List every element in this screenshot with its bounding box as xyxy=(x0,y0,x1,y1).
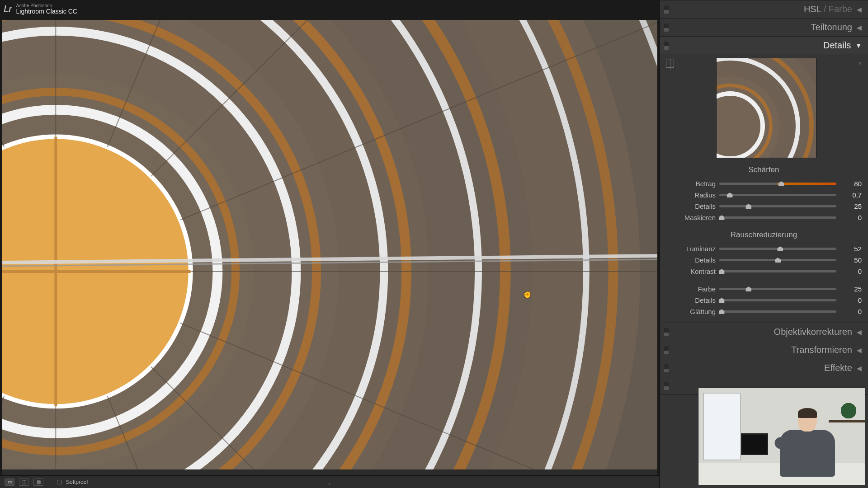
panel-toggle-icon[interactable] xyxy=(664,23,669,32)
view-survey-button[interactable]: ▦ xyxy=(33,479,43,486)
chevron-left-icon: ◀ xyxy=(857,347,862,354)
details-panel-body: ▾ Schärfen Betrag 80 Radius 0,7 Details … xyxy=(660,54,868,323)
slider-track[interactable] xyxy=(719,248,836,250)
noise-group-title: Rauschreduzierung xyxy=(666,230,862,239)
slider-color[interactable]: Farbe 25 xyxy=(666,283,862,295)
slider-track[interactable] xyxy=(719,194,836,196)
panel-toggle-icon[interactable] xyxy=(664,328,669,336)
slider-track[interactable] xyxy=(719,183,836,185)
image-canvas[interactable]: ✊ xyxy=(2,20,657,475)
chevron-down-icon: ▼ xyxy=(855,42,862,49)
chevron-left-icon: ◀ xyxy=(857,328,862,336)
slider-track[interactable] xyxy=(719,299,836,301)
softproof-checkbox[interactable] xyxy=(57,480,61,484)
slider-detail[interactable]: Details 25 xyxy=(666,201,862,212)
slider-thumb-icon[interactable] xyxy=(719,269,725,274)
app-logo-icon: Lr xyxy=(4,3,13,15)
slider-amount[interactable]: Betrag 80 xyxy=(666,178,862,189)
panel-transform-title: Transformieren xyxy=(791,345,852,355)
slider-track[interactable] xyxy=(719,288,836,290)
slider-track[interactable] xyxy=(719,216,836,219)
photo-preview xyxy=(2,20,657,469)
slider-thumb-icon[interactable] xyxy=(719,309,725,314)
detail-target-icon[interactable] xyxy=(666,60,674,68)
panel-hsl-header[interactable]: HSL / Farbe ◀ xyxy=(660,0,868,18)
main-viewer: ▴ Lr Adobe Photoshop Lightroom Classic C… xyxy=(0,0,659,488)
slider-track[interactable] xyxy=(719,310,836,313)
panel-toggle-icon[interactable] xyxy=(664,346,669,354)
chevron-down-icon[interactable]: ▾ xyxy=(859,60,862,67)
panel-lens-header[interactable]: Objektivkorrekturen ◀ xyxy=(660,323,868,341)
panel-details-header[interactable]: Details ▼ xyxy=(660,36,868,54)
webcam-overlay xyxy=(698,388,865,485)
title-bar: Lr Adobe Photoshop Lightroom Classic CC xyxy=(0,0,659,18)
view-compare-button[interactable]: ◫ xyxy=(19,479,29,486)
softproof-label: Softproof xyxy=(66,479,88,485)
slider-thumb-icon[interactable] xyxy=(778,181,784,186)
slider-smoothness[interactable]: Glättung 0 xyxy=(666,306,862,317)
panel-effects-title: Effekte xyxy=(824,363,852,373)
panel-toggle-icon[interactable] xyxy=(664,382,669,390)
slider-track[interactable] xyxy=(719,270,836,272)
view-loupe-button[interactable]: ▭ xyxy=(5,479,14,486)
panel-splittone-header[interactable]: Teiltonung ◀ xyxy=(660,18,868,36)
panel-toggle-icon[interactable] xyxy=(664,42,669,50)
slider-track[interactable] xyxy=(719,205,836,207)
slider-thumb-icon[interactable] xyxy=(745,286,751,291)
slider-track[interactable] xyxy=(719,259,836,261)
chevron-left-icon: ◀ xyxy=(857,24,862,31)
panel-hsl-alt: Farbe xyxy=(829,4,852,14)
panel-hsl-title: HSL xyxy=(804,4,821,14)
sharpen-group-title: Schärfen xyxy=(666,165,862,174)
slider-thumb-icon[interactable] xyxy=(719,298,725,303)
panel-effects-header[interactable]: Effekte ◀ xyxy=(660,359,868,377)
panel-details-title: Details xyxy=(823,40,851,51)
chevron-left-icon: ◀ xyxy=(857,6,862,13)
slider-luminance[interactable]: Luminanz 52 xyxy=(666,243,862,254)
panel-splittone-title: Teiltonung xyxy=(811,22,852,33)
slider-masking[interactable]: Maskieren 0 xyxy=(666,212,862,223)
detail-preview-thumb[interactable] xyxy=(716,58,816,158)
chevron-left-icon: ◀ xyxy=(857,365,862,372)
panel-toggle-icon[interactable] xyxy=(664,364,669,372)
slider-thumb-icon[interactable] xyxy=(719,215,725,220)
panel-lens-title: Objektivkorrekturen xyxy=(774,327,852,337)
slider-thumb-icon[interactable] xyxy=(727,192,733,197)
panel-transform-header[interactable]: Transformieren ◀ xyxy=(660,341,868,359)
panel-toggle-icon[interactable] xyxy=(664,5,669,14)
slider-radius[interactable]: Radius 0,7 xyxy=(666,189,862,201)
slider-thumb-icon[interactable] xyxy=(777,246,783,251)
app-name-label: Lightroom Classic CC xyxy=(16,8,77,14)
slider-thumb-icon[interactable] xyxy=(745,204,751,209)
panel-grip-bottom-icon[interactable]: ▾ xyxy=(328,481,331,487)
slider-lum-detail[interactable]: Details 50 xyxy=(666,254,862,266)
slider-lum-contrast[interactable]: Kontrast 0 xyxy=(666,266,862,277)
slider-color-detail[interactable]: Details 0 xyxy=(666,295,862,306)
slider-thumb-icon[interactable] xyxy=(775,258,781,263)
hand-cursor-icon: ✊ xyxy=(524,291,530,297)
